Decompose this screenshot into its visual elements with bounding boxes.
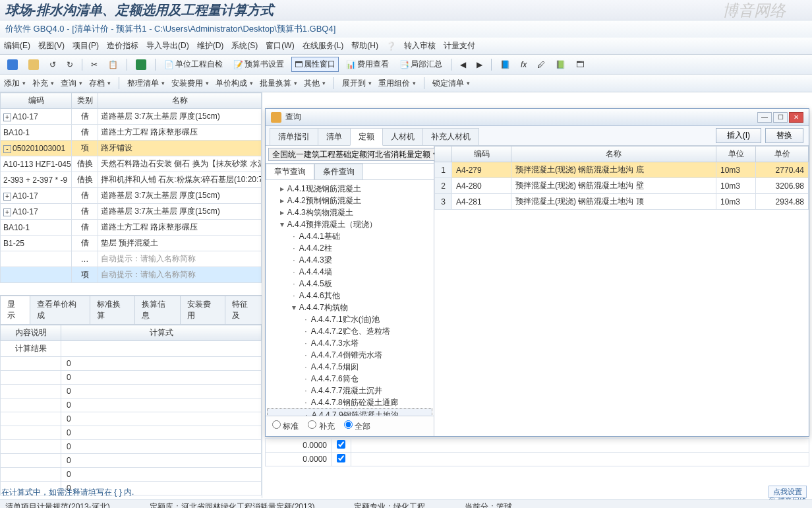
cell-name[interactable]: 自动提示：请输入名称简称 [98,251,262,267]
cell-code[interactable]: BA10-1 [1,220,72,236]
close-icon[interactable]: ✕ [789,112,803,123]
cell-name[interactable]: 天然石料路边石安装 侧石 换为【抹灰砂浆 水泥砂浆 1:3 中砂】 [98,156,262,172]
open-icon[interactable] [25,57,42,72]
chapter-tree[interactable]: ▸ A.4.1现浇钢筋混凝土▸ A.4.2预制钢筋混凝土▸ A.4.3构筑物混凝… [266,180,434,416]
table-row[interactable]: 2A4-280预拌混凝土(现浇) 钢筋混凝土地沟 壁10m33206.98 [435,178,809,194]
tree-node[interactable]: · A.4.4.7.3水塔 [267,337,432,349]
tree-node[interactable]: · A.4.4.7.2贮仓、造粒塔 [267,325,432,337]
cell-type[interactable]: 项 [72,267,98,283]
tab[interactable]: 查看单价构成 [30,296,91,324]
tool-icon[interactable]: 📗 [552,58,569,71]
cell-code[interactable] [1,267,72,283]
lower-grid[interactable]: 0.00000.0000 [265,438,809,466]
tool-icon[interactable]: 📘 [497,58,513,71]
cell-name[interactable]: 拌和机拌和人铺 石灰:粉煤灰:碎石基层(10:20:70) 厚15cm 光轮压路… [98,172,262,188]
sub-toolbar-item[interactable]: 安装费用 [171,78,209,89]
calc-value[interactable]: 0 [61,412,262,426]
cell-type[interactable]: 借 [72,204,98,220]
sub-toolbar-item[interactable]: 整理清单 [127,78,165,89]
tree-node[interactable]: ▾ A.4.4.7构筑物 [267,302,432,313]
cell-type[interactable]: 借 [72,109,98,125]
cell-name[interactable]: 道路基层 3:7灰土基层 厚度(15cm) [98,188,262,204]
tree-node[interactable]: · A.4.4.7.6筒仓 [267,373,432,385]
tab-chapter-query[interactable]: 章节查询 [266,164,314,179]
partial-summary-button[interactable]: 📑 局部汇总 [396,57,446,72]
minimize-icon[interactable]: — [757,112,772,123]
tree-node[interactable]: · A.4.4.7.9钢筋混凝土地沟 [267,408,432,416]
sub-toolbar-item[interactable]: 单价构成 [216,78,253,89]
save-icon[interactable] [4,57,21,72]
tool-icon[interactable]: 🗔 [573,58,587,71]
menu-item[interactable]: 导入导出(D) [146,40,189,51]
cell-name[interactable]: 道路土方工程 路床整形碾压 [98,220,262,236]
dialog-tab[interactable]: 清单 [318,128,351,145]
menu-item[interactable]: 项目(P) [72,40,99,51]
cell-code[interactable]: +A10-17 [1,204,72,220]
help-icon[interactable]: ❔ [386,42,396,51]
cell-name[interactable]: 路牙铺设 [98,141,262,156]
dialog-tab[interactable]: 补充人材机 [422,128,479,145]
tree-node[interactable]: · A.4.4.4墙 [267,266,432,278]
norm-select[interactable]: 全国统一建筑工程基础定额河北省消耗量定额 [268,148,442,161]
row-checkbox[interactable] [337,440,345,449]
inner-tabs[interactable]: 章节查询 条件查询 [266,164,434,180]
tool-icon[interactable]: ◀ [457,58,469,71]
undo-icon[interactable]: ↺ [46,58,59,71]
dialog-tab[interactable]: 清单指引 [270,128,318,145]
cell-code[interactable]: +A10-17 [1,188,72,204]
menu-item[interactable]: 在线服务(L) [303,40,344,51]
cell-name[interactable]: 道路土方工程 路床整形碾压 [98,125,262,141]
dialog-title-bar[interactable]: 查询 — ☐ ✕ [266,109,809,126]
cell-code[interactable]: BA10-1 [1,125,72,141]
sub-toolbar-item[interactable]: 查询 [61,78,82,89]
menu-item[interactable]: 窗口(W) [266,40,294,51]
menu-item[interactable]: 造价指标 [107,40,138,51]
tool-icon[interactable]: ▶ [473,58,486,71]
property-window-button[interactable]: 🗖 属性窗口 [291,57,339,72]
replace-button[interactable]: 替换 [765,128,803,143]
tab-condition-query[interactable]: 条件查询 [314,164,363,179]
sub-toolbar-item[interactable]: 重用组价 [378,78,416,89]
tree-node[interactable]: · A.4.4.6其他 [267,290,432,302]
sub-toolbar-item[interactable]: 其他 [304,78,326,89]
tab[interactable]: 特征及 [225,296,262,324]
tree-node[interactable]: · A.4.4.7.1贮水(油)池 [267,313,432,325]
cut-icon[interactable]: ✂ [88,58,101,71]
budget-settings-button[interactable]: 📝 预算书设置 [230,57,287,72]
cell-code[interactable]: 2-393 + 2-397 * -9 [1,172,72,188]
insert-button[interactable]: 插入(I) [716,128,761,143]
tree-node[interactable]: · A.4.4.7.7混凝土沉井 [267,385,432,397]
tree-node[interactable]: ▾ A.4.4预拌混凝土（现浇） [267,218,432,230]
tree-node[interactable]: · A.4.4.2柱 [267,242,432,254]
calc-value[interactable]: 0 [61,426,262,440]
cell-name[interactable]: 垫层 预拌混凝土 [98,236,262,251]
sub-toolbar-item[interactable]: 存档 [89,78,111,89]
radio-supplement[interactable]: 补充 [308,420,334,432]
sub-toolbar-item[interactable]: 补充 [32,78,54,89]
menu-item[interactable]: 视图(V) [38,40,65,51]
cell-type[interactable]: 借换 [72,156,98,172]
sub-toolbar-item[interactable]: 批量换算 [260,78,297,89]
excel-icon[interactable] [132,57,150,72]
tab[interactable]: 显示 [0,296,30,324]
dialog-tab[interactable]: 定额 [350,128,383,146]
item-list-grid[interactable]: 编码 类别 名称 +A10-17借道路基层 3:7灰土基层 厚度(15cm)BA… [0,92,262,283]
mid-tabs[interactable]: 显示查看单价构成标准换算换算信息安装费用特征及 [0,295,262,325]
calc-value[interactable]: 0 [61,454,262,468]
radio-standard[interactable]: 标准 [272,420,299,432]
tree-node[interactable]: ▸ A.4.1现浇钢筋混凝土 [267,183,432,195]
cell-type[interactable]: 借 [72,236,98,251]
cell-type[interactable]: 借 [72,220,98,236]
menu-item[interactable]: 系统(S) [231,40,258,51]
cell-name[interactable]: 自动提示：请输入名称简称 [98,267,262,283]
redo-icon[interactable]: ↻ [63,58,76,71]
menu-item[interactable]: 编辑(E) [4,40,30,51]
cell-name[interactable]: 道路基层 3:7灰土基层 厚度(15cm) [98,204,262,220]
sub-toolbar-item[interactable]: 展开到 [342,78,372,89]
menu-item[interactable]: 帮助(H) [351,40,378,51]
result-grid[interactable]: 编码名称单位单价 1A4-279预拌混凝土(现浇) 钢筋混凝土地沟 底10m32… [434,146,809,210]
calc-grid[interactable]: 内容说明 计算式 计算结果 0000000000 [0,325,262,495]
tab[interactable]: 标准换算 [90,296,135,324]
cell-code[interactable] [1,251,72,267]
fee-view-button[interactable]: 📊 费用查看 [343,57,392,72]
